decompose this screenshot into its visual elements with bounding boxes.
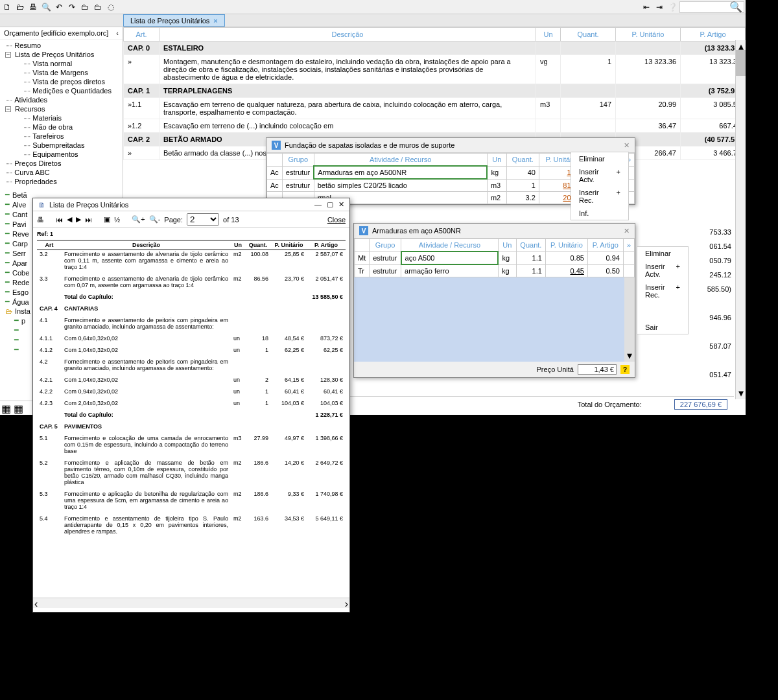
maximize-icon[interactable]: ▢ — [327, 200, 333, 209]
menu-inf[interactable]: Inf. — [571, 207, 628, 220]
table-row: Total do Capítulo:1 228,71 € — [37, 411, 346, 419]
tree-recursos[interactable]: −Recursos — [0, 104, 123, 113]
tree-precos-diretos[interactable]: ·····Preços Diretos — [0, 159, 123, 168]
table-row[interactable]: »Montagem, manutenção e desmontagem do e… — [124, 55, 746, 84]
col-art[interactable]: Art. — [124, 28, 159, 41]
col-partigo[interactable]: P. Artigo — [681, 28, 746, 41]
page-of-label: of 13 — [223, 216, 239, 224]
indent-left-icon[interactable]: ⇤ — [641, 1, 652, 13]
col-partigo[interactable]: P. Artigo — [587, 239, 623, 252]
refresh-icon[interactable]: ◌ — [105, 1, 117, 13]
table-row: 5.1Fornecimento e colocação de uma camad… — [37, 434, 346, 455]
col-quant[interactable]: Quant. — [506, 154, 539, 167]
folder2-icon[interactable]: 🗀 — [92, 1, 104, 13]
tree-equipamentos[interactable]: ·····Equipamentos — [18, 150, 123, 159]
redo-icon[interactable]: ↷ — [66, 1, 78, 13]
col-desc[interactable]: Descrição — [159, 28, 536, 41]
price-input[interactable] — [578, 364, 617, 375]
col-atividade[interactable]: Atividade / Recurso — [401, 239, 499, 252]
new-icon[interactable]: 🗋 — [1, 1, 13, 13]
col-punit[interactable]: P. Unitário — [545, 239, 587, 252]
grid-icon[interactable]: ▦ — [1, 402, 11, 412]
menu-inserir-rec[interactable]: Inserir Rec.+ — [637, 281, 688, 301]
vertical-scrollbar[interactable]: ▴ ▾ — [735, 40, 746, 399]
print-icon[interactable]: 🖶 — [37, 216, 44, 224]
indent-right-icon[interactable]: ⇥ — [654, 1, 665, 13]
help-q-icon[interactable]: ? — [620, 365, 630, 374]
menu-inserir-actv[interactable]: Inserir Actv.+ — [571, 165, 628, 186]
table-row[interactable]: CAP. 1TERRAPLENAGENS(3 752.93) — [124, 84, 746, 98]
tree-vista-normal[interactable]: ·····Vista normal — [18, 59, 123, 68]
table-row: 4.2.1Com 1,04x0,32x0,02un264,15 €128,30 … — [37, 376, 346, 384]
zoom-out-icon[interactable]: 🔍- — [149, 215, 161, 224]
table-row[interactable]: CAP. 0ESTALEIRO(13 323.36) — [124, 41, 746, 55]
close-icon[interactable]: ✕ — [624, 227, 630, 235]
first-page-icon[interactable]: ⏮ — [56, 216, 63, 224]
search-icon[interactable]: 🔍 — [40, 1, 52, 13]
grid2-icon[interactable]: ▦ — [14, 402, 23, 412]
close-icon[interactable]: ✕ — [338, 200, 344, 209]
last-page-icon[interactable]: ⏭ — [85, 216, 92, 224]
folder1-icon[interactable]: 🗀 — [79, 1, 91, 13]
menu-eliminar[interactable]: Eliminar — [637, 247, 688, 260]
stop-icon[interactable]: ▣ — [104, 215, 110, 224]
prev-page-icon[interactable]: ◀ — [67, 215, 72, 224]
help-icon[interactable]: ❔ — [666, 1, 678, 13]
half-icon[interactable]: ½ — [114, 216, 120, 224]
chevron-icon[interactable]: » — [623, 239, 634, 252]
tree-resumo[interactable]: ·····Resumo — [0, 41, 123, 50]
col-atividade[interactable]: Atividade / Recurso — [314, 154, 487, 167]
col-grupo[interactable]: Grupo — [282, 154, 314, 167]
col-quant[interactable]: Quant. — [516, 239, 545, 252]
price-label: Preço Unitá — [537, 366, 574, 373]
tree-atividades[interactable]: ·····Atividades — [0, 95, 123, 104]
table-row[interactable]: »1.2Escavação em terreno de (...) inclui… — [124, 119, 746, 133]
col-un[interactable]: Un — [498, 239, 516, 252]
tree-root-label: Orçamento [edifício exemplo.orc] — [4, 29, 108, 37]
popup2-table: Grupo Atividade / Recurso Un Quant. P. U… — [354, 239, 635, 277]
menu-eliminar[interactable]: Eliminar — [571, 152, 628, 165]
tab-lista-precos[interactable]: Lista de Preços Unitários × — [123, 14, 225, 27]
col-un[interactable]: Un — [487, 154, 506, 167]
table-row[interactable]: »1.1Escavação em terreno de qualquer nat… — [124, 98, 746, 119]
print-h-scrollbar[interactable]: ‹› — [33, 598, 349, 608]
search-box[interactable]: 🔍 — [679, 1, 744, 13]
tab-close-icon[interactable]: × — [213, 17, 217, 25]
zoom-in-icon[interactable]: 🔍+ — [132, 215, 145, 224]
table-row: 5.3Fornecimento e aplicação de betonilha… — [37, 490, 346, 511]
inner-scrollbar[interactable]: ▾ — [624, 277, 635, 362]
tree-subempreitadas[interactable]: ·····Subempreitadas — [18, 141, 123, 150]
menu-sair[interactable]: Sair — [637, 321, 688, 334]
tree-curva-abc[interactable]: ·····Curva ABC — [0, 168, 123, 177]
print-icon[interactable]: 🖶 — [27, 1, 39, 13]
close-icon[interactable]: ✕ — [624, 141, 630, 150]
next-page-icon[interactable]: ▶ — [76, 215, 81, 224]
table-row[interactable]: Trestruturarmação ferrokg1.10.450.50 — [355, 264, 635, 277]
open-icon[interactable]: 🗁 — [14, 1, 26, 13]
tree-vista-margens[interactable]: ·····Vista de Margens — [18, 68, 123, 77]
undo-icon[interactable]: ↶ — [53, 1, 65, 13]
menu-inserir-actv[interactable]: Inserir Actv.+ — [637, 260, 688, 281]
tree-tarefeiros[interactable]: ·····Tarefeiros — [18, 132, 123, 141]
menu-inserir-rec[interactable]: Inserir Rec.+ — [571, 186, 628, 207]
col-grupo[interactable]: Grupo — [370, 239, 401, 252]
table-row[interactable]: Mtestruturaço A500kg1.10.850.94 — [355, 251, 635, 264]
tree-mao-obra[interactable]: ·····Mão de obra — [18, 122, 123, 132]
close-link[interactable]: Close — [327, 216, 346, 224]
tree-propriedades[interactable]: ·····Propriedades — [0, 177, 123, 186]
tree-vista-precos[interactable]: ·····Vista de preços diretos — [18, 77, 123, 86]
tree-root[interactable]: Orçamento [edifício exemplo.orc] ‹ — [0, 27, 123, 40]
tree-materiais[interactable]: ·····Materiais — [18, 113, 123, 122]
chevron-left-icon[interactable]: ‹ — [116, 29, 119, 37]
print-ref: Ref: 1 — [37, 231, 346, 237]
collapse-icon[interactable]: − — [5, 106, 11, 112]
col-un[interactable]: Un — [536, 28, 561, 41]
minimize-icon[interactable]: — — [314, 200, 322, 209]
popup-title-text: Armaduras em aço A500NR — [372, 227, 461, 235]
page-select[interactable]: 2 — [187, 213, 219, 226]
collapse-icon[interactable]: − — [5, 52, 11, 58]
tree-lista-precos[interactable]: −Lista de Preços Unitários — [0, 50, 123, 59]
col-quant[interactable]: Quant. — [561, 28, 616, 41]
col-punit[interactable]: P. Unitário — [616, 28, 681, 41]
tree-medicoes[interactable]: ·····Medições e Quantidades — [18, 86, 123, 95]
